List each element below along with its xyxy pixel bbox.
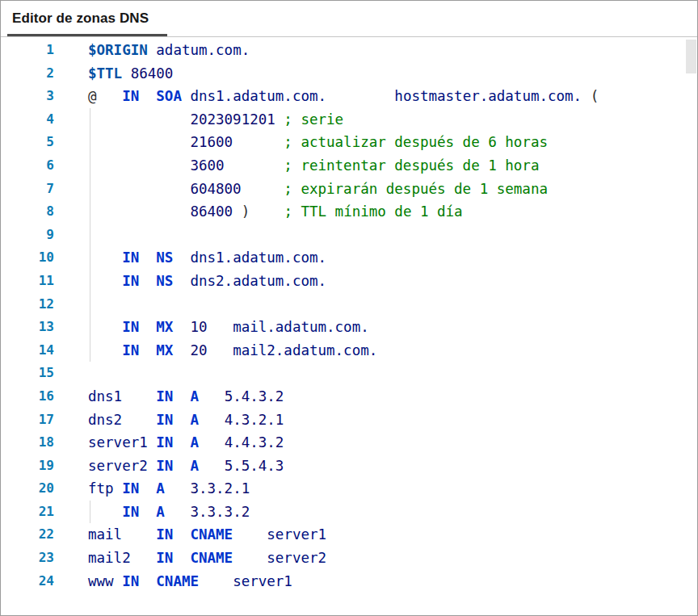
token-whitespace [122,65,131,82]
line-number: 5 [1,131,54,154]
code-text[interactable]: 86400 ) ; TTL mínimo de 1 día [88,200,463,224]
token-keyword: CNAME [190,526,233,543]
token-punctuation: ) [242,203,250,220]
code-text[interactable]: $ORIGIN adatum.com. [88,39,250,62]
token-whitespace [88,181,190,197]
token-comment: ; actualizar después de 6 horas [284,134,548,150]
token-domain: server2 [267,550,326,566]
token-number: 4.4.3.2 [225,434,284,450]
code-line: 15 [1,362,697,385]
code-text[interactable]: IN NS dns2.adatum.com. [88,270,326,293]
line-number: 18 [1,431,54,455]
token-directive: $TTL [88,65,122,82]
token-keyword: IN [122,319,139,335]
token-keyword: IN [156,458,173,474]
token-keyword: A [190,458,199,474]
header: Editor de zonas DNS [1,1,697,37]
code-line: 20ftp IN A 3.3.2.1 [1,477,697,501]
token-whitespace [114,480,123,497]
token-domain: dns1.adatum.com. [190,249,326,266]
code-text[interactable]: $TTL 86400 [88,62,173,86]
token-whitespace [88,342,122,358]
code-text[interactable]: ftp IN A 3.3.2.1 [88,477,250,501]
token-whitespace [173,550,190,566]
code-line: 4 2023091201 ; serie [1,108,697,132]
token-whitespace [122,412,156,428]
code-line: 10 IN NS dns1.adatum.com. [1,246,697,270]
code-text[interactable]: mail IN CNAME server1 [88,523,326,547]
scrollbar-thumb[interactable] [686,40,696,73]
token-domain: server2 [88,458,148,474]
token-whitespace [88,134,190,150]
code-text[interactable]: 604800 ; expirarán después de 1 semana [88,178,548,201]
token-keyword: SOA [156,88,182,104]
token-whitespace [148,42,157,58]
token-whitespace [250,203,284,220]
token-whitespace [88,111,190,128]
token-domain: mail2.adatum.com. [233,342,377,358]
token-whitespace [173,526,190,543]
code-line: 21 IN A 3.3.3.2 [1,501,697,524]
code-text[interactable]: www IN CNAME server1 [88,570,292,593]
token-keyword: A [156,480,165,497]
token-domain: dns2 [88,412,122,428]
line-number: 4 [1,108,54,132]
token-whitespace [582,88,591,104]
token-keyword: MX [156,319,173,335]
code-text[interactable]: IN MX 10 mail.adatum.com. [88,316,369,339]
token-whitespace [182,88,191,104]
code-text[interactable]: IN NS dns1.adatum.com. [88,246,326,270]
token-whitespace [199,573,233,589]
token-whitespace [139,273,156,289]
line-number: 24 [1,570,54,593]
token-keyword: MX [156,342,173,358]
line-number: 23 [1,547,54,570]
indent-guide [90,224,90,247]
code-text[interactable]: 21600 ; actualizar después de 6 horas [88,131,548,154]
indent-guide [90,339,90,362]
indent-guide [90,154,90,178]
code-text[interactable]: IN A 3.3.3.2 [88,501,250,524]
token-keyword: IN [156,526,173,543]
code-text[interactable]: 3600 ; reintentar después de 1 hora [88,154,539,178]
code-text[interactable]: mail2 IN CNAME server2 [88,547,326,570]
token-number: 86400 [131,65,174,82]
token-whitespace [131,550,157,566]
token-whitespace [208,319,233,335]
code-line: 16dns1 IN A 5.4.3.2 [1,385,697,409]
code-line: 24www IN CNAME server1 [1,570,697,593]
code-line: 7 604800 ; expirarán después de 1 semana [1,178,697,201]
dns-zone-editor-window: Editor de zonas DNS 1$ORIGIN adatum.com.… [0,0,698,616]
token-keyword: A [190,388,199,404]
token-whitespace [233,203,242,220]
code-editor[interactable]: 1$ORIGIN adatum.com.2$TTL 864003@ IN SOA… [1,37,697,593]
code-text[interactable]: @ IN SOA dns1.adatum.com. hostmaster.ada… [88,85,599,108]
indent-guide [90,108,90,132]
token-domain: server1 [267,526,326,543]
code-text[interactable]: dns2 IN A 4.3.2.1 [88,409,284,432]
token-whitespace [173,249,190,266]
code-text[interactable]: server1 IN A 4.4.3.2 [88,431,284,455]
token-keyword: A [190,434,199,450]
code-text[interactable]: dns1 IN A 5.4.3.2 [88,385,284,409]
page-title: Editor de zonas DNS [12,10,149,27]
line-number: 6 [1,154,54,178]
token-whitespace [88,249,122,266]
token-whitespace [199,388,225,404]
token-whitespace [233,526,267,543]
indent-guide [90,246,90,270]
line-number: 19 [1,455,54,478]
token-whitespace [88,319,122,335]
token-whitespace [173,434,190,450]
line-number: 22 [1,523,54,547]
code-text[interactable]: IN MX 20 mail2.adatum.com. [88,339,377,362]
line-number: 15 [1,362,54,385]
token-domain: server1 [233,573,292,589]
code-text[interactable]: server2 IN A 5.5.4.3 [88,455,284,478]
line-number: 21 [1,501,54,524]
token-punctuation: @ [88,88,97,104]
token-whitespace [139,480,156,497]
code-text[interactable]: 2023091201 ; serie [88,108,343,132]
token-whitespace [326,88,394,104]
token-punctuation: ( [591,88,599,104]
